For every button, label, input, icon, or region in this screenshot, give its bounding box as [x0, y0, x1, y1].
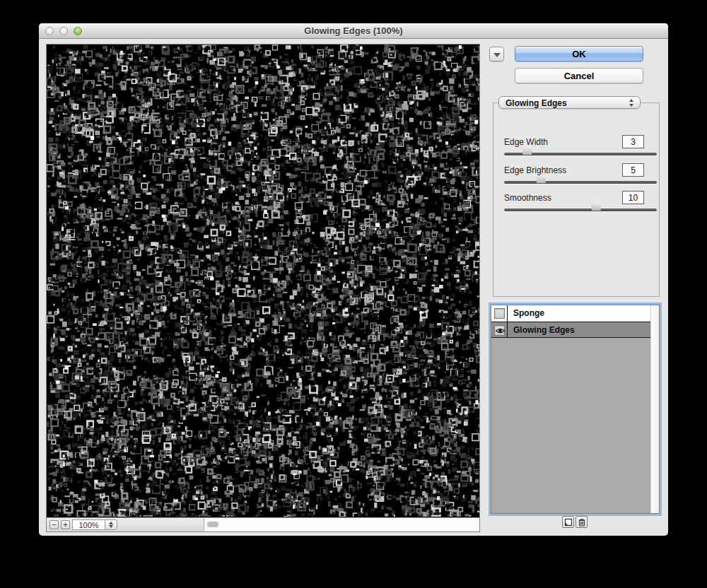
smoothness-slider[interactable]: [504, 208, 657, 211]
eye-icon[interactable]: [494, 325, 505, 336]
zoom-in-button[interactable]: +: [61, 520, 70, 529]
zoom-level-value[interactable]: 100%: [72, 519, 105, 530]
layer-row-sponge[interactable]: Sponge: [491, 305, 650, 322]
layer-row-glowing-edges[interactable]: Glowing Edges: [491, 322, 650, 338]
titlebar[interactable]: Glowing Edges (100%): [39, 23, 668, 39]
collapse-panel-button[interactable]: [489, 47, 504, 61]
preview-pane: − + 100%: [46, 44, 480, 532]
horizontal-scrollbar[interactable]: [204, 518, 479, 531]
list-scrollbar[interactable]: [650, 305, 659, 513]
edge-brightness-field[interactable]: [622, 163, 644, 177]
effect-layer-list[interactable]: Sponge Glowing Edges: [491, 305, 660, 514]
ok-button[interactable]: OK: [515, 46, 643, 61]
filter-select-value: Glowing Edges: [506, 98, 567, 108]
cancel-button[interactable]: Cancel: [515, 68, 643, 83]
visibility-cell[interactable]: [491, 322, 508, 337]
chevron-down-icon: [493, 53, 501, 57]
stepper-down-icon: [109, 525, 113, 528]
visibility-cell[interactable]: [491, 305, 508, 322]
filter-select[interactable]: Glowing Edges: [498, 96, 641, 109]
filter-preview-image[interactable]: [47, 45, 479, 517]
edge-width-field[interactable]: [622, 135, 644, 148]
edge-brightness-slider[interactable]: [504, 181, 657, 184]
new-effect-layer-button[interactable]: [562, 516, 574, 528]
zoom-out-button[interactable]: −: [49, 520, 59, 529]
filter-gallery-dialog: Glowing Edges (100%) − + 100% OK Cancel …: [39, 23, 668, 536]
smoothness-label: Smoothness: [504, 193, 551, 203]
delete-effect-layer-button[interactable]: [575, 516, 588, 528]
visibility-toggle-empty[interactable]: [494, 308, 505, 319]
layer-name: Sponge: [513, 308, 544, 318]
stepper-up-icon: [109, 522, 113, 524]
horizontal-scroll-thumb[interactable]: [207, 522, 218, 527]
edge-brightness-slider-thumb[interactable]: [537, 175, 546, 183]
new-layer-icon: [564, 518, 573, 527]
edge-brightness-label: Edge Brightness: [504, 165, 566, 175]
zoom-level-stepper[interactable]: [105, 519, 117, 530]
trash-icon: [578, 518, 586, 527]
edge-width-slider[interactable]: [504, 153, 657, 155]
smoothness-slider-thumb[interactable]: [592, 202, 601, 211]
smoothness-field[interactable]: [622, 191, 644, 204]
window-title: Glowing Edges (100%): [39, 25, 668, 36]
edge-width-label: Edge Width: [504, 137, 548, 147]
layer-name: Glowing Edges: [513, 325, 575, 335]
edge-width-slider-thumb[interactable]: [522, 146, 532, 155]
up-down-stepper-icon: [629, 98, 635, 107]
filter-settings-group: Edge Width Edge Brightness Smoothness: [493, 102, 660, 297]
preview-statusbar: − + 100%: [47, 517, 479, 531]
